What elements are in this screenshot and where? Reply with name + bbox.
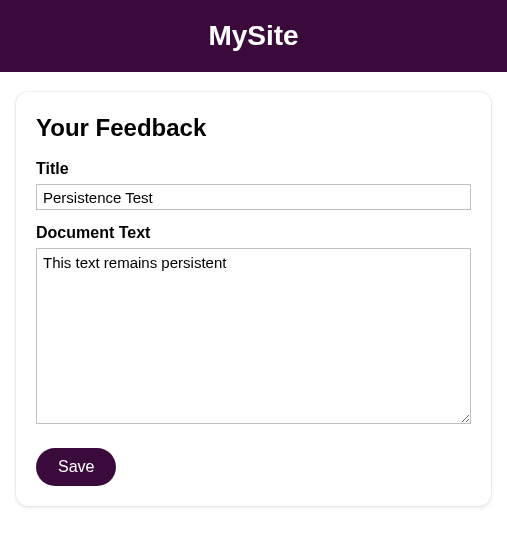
- document-text-group: Document Text This text remains persiste…: [36, 224, 471, 428]
- document-text-input[interactable]: This text remains persistent: [36, 248, 471, 424]
- save-button[interactable]: Save: [36, 448, 116, 486]
- document-text-label: Document Text: [36, 224, 471, 242]
- title-label: Title: [36, 160, 471, 178]
- feedback-card: Your Feedback Title Document Text This t…: [16, 92, 491, 506]
- title-group: Title: [36, 160, 471, 210]
- title-input[interactable]: [36, 184, 471, 210]
- site-title: MySite: [208, 20, 298, 52]
- site-header: MySite: [0, 0, 507, 72]
- page-content: Your Feedback Title Document Text This t…: [0, 72, 507, 506]
- form-heading: Your Feedback: [36, 114, 471, 142]
